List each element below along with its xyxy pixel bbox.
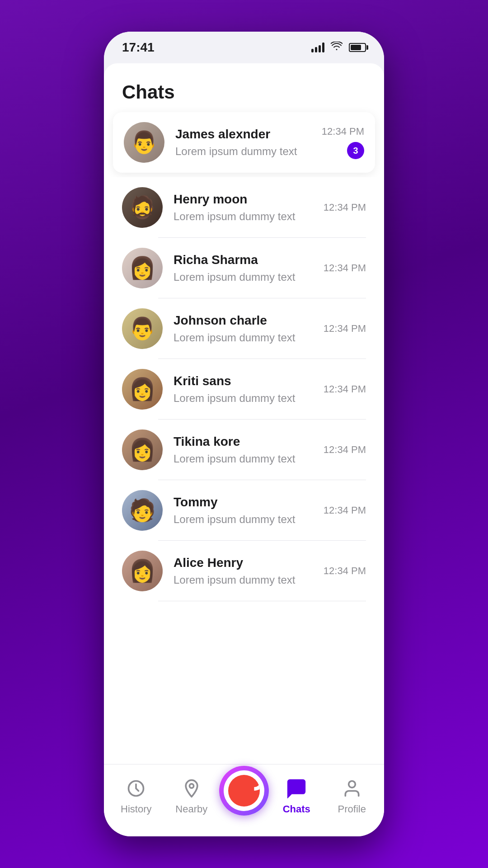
chat-meta: 12:34 PM 3 [322, 126, 364, 159]
chat-time: 12:34 PM [324, 444, 366, 456]
chat-time: 12:34 PM [322, 126, 364, 137]
chat-meta: 12:34 PM [324, 262, 366, 274]
chat-time: 12:34 PM [324, 262, 366, 274]
nav-item-profile[interactable]: Profile [324, 777, 380, 815]
page-title: Chats [104, 63, 384, 112]
logo-arc [240, 775, 260, 795]
chat-name: Henry moon [174, 192, 313, 207]
chat-name: Johnson charle [174, 313, 313, 328]
nav-item-nearby[interactable]: Nearby [164, 777, 220, 815]
chat-name: Kriti sans [174, 374, 313, 388]
status-bar: 17:41 [104, 32, 384, 63]
status-time: 17:41 [122, 40, 155, 55]
chat-info: Johnson charle Lorem ipsum dummy text [174, 313, 313, 344]
chat-name: Alice Henry [174, 556, 313, 570]
signal-icon [311, 42, 324, 52]
chat-preview: Lorem ipsum dummy text [174, 513, 313, 526]
chat-time: 12:34 PM [324, 383, 366, 395]
battery-icon [349, 43, 366, 52]
history-icon [125, 777, 147, 800]
chat-item[interactable]: 👩 Richa Sharma Lorem ipsum dummy text 12… [104, 238, 384, 298]
chat-meta: 12:34 PM [324, 323, 366, 335]
chat-meta: 12:34 PM [324, 383, 366, 395]
chat-meta: 12:34 PM [324, 202, 366, 213]
chat-item[interactable]: 👩 Kriti sans Lorem ipsum dummy text 12:3… [104, 359, 384, 420]
chat-item[interactable]: 👩 Alice Henry Lorem ipsum dummy text 12:… [104, 541, 384, 601]
chat-preview: Lorem ipsum dummy text [174, 574, 313, 586]
avatar: 👨 [124, 122, 164, 163]
chat-meta: 12:34 PM [324, 444, 366, 456]
profile-icon [341, 777, 363, 800]
chat-item[interactable]: 👨 James alexnder Lorem ipsum dummy text … [113, 112, 375, 173]
nav-label-profile: Profile [338, 803, 366, 815]
avatar: 👩 [122, 369, 163, 410]
chat-item[interactable]: 🧑 Tommy Lorem ipsum dummy text 12:34 PM [104, 480, 384, 541]
chats-icon [285, 777, 308, 800]
avatar-emoji: 🧑 [129, 500, 156, 521]
chat-item[interactable]: 🧔 Henry moon Lorem ipsum dummy text 12:3… [104, 177, 384, 238]
phone-frame: 17:41 Chats 👨 [104, 32, 384, 836]
logo-circle [228, 775, 260, 807]
nearby-icon [180, 777, 203, 800]
chat-info: Henry moon Lorem ipsum dummy text [174, 192, 313, 223]
bottom-nav: History Nearby [104, 764, 384, 836]
chat-preview: Lorem ipsum dummy text [174, 331, 313, 344]
chat-meta: 12:34 PM [324, 505, 366, 516]
svg-point-2 [348, 781, 355, 788]
chat-preview: Lorem ipsum dummy text [174, 210, 313, 223]
status-icons [311, 42, 366, 53]
chat-info: Alice Henry Lorem ipsum dummy text [174, 556, 313, 586]
chat-preview: Lorem ipsum dummy text [174, 453, 313, 465]
wifi-icon [331, 42, 343, 53]
main-content: Chats 👨 James alexnder Lorem ipsum dummy… [104, 63, 384, 764]
nav-item-chats[interactable]: Chats [269, 777, 324, 815]
chat-info: Richa Sharma Lorem ipsum dummy text [174, 253, 313, 283]
chat-time: 12:34 PM [324, 505, 366, 516]
avatar: 👩 [122, 551, 163, 591]
chat-name: Tikina kore [174, 434, 313, 449]
chat-info: James alexnder Lorem ipsum dummy text [175, 127, 311, 158]
chat-time: 12:34 PM [324, 202, 366, 213]
svg-point-1 [189, 783, 193, 788]
avatar: 👩 [122, 429, 163, 470]
chat-preview: Lorem ipsum dummy text [175, 145, 311, 158]
nav-label-nearby: Nearby [175, 803, 207, 815]
chat-info: Kriti sans Lorem ipsum dummy text [174, 374, 313, 405]
chat-preview: Lorem ipsum dummy text [174, 392, 313, 405]
avatar-emoji: 👩 [129, 257, 156, 279]
center-logo [224, 770, 264, 811]
chat-item[interactable]: 👨 Johnson charle Lorem ipsum dummy text … [104, 298, 384, 359]
chat-preview: Lorem ipsum dummy text [174, 271, 313, 283]
chat-name: Tommy [174, 495, 313, 509]
nav-center-button[interactable] [219, 766, 269, 816]
avatar: 🧔 [122, 187, 163, 228]
avatar-emoji: 🧔 [129, 197, 156, 218]
unread-badge: 3 [347, 142, 364, 159]
chat-list: 👨 James alexnder Lorem ipsum dummy text … [104, 112, 384, 610]
avatar-emoji: 👩 [129, 439, 156, 461]
avatar-emoji: 👨 [131, 132, 158, 153]
avatar: 🧑 [122, 490, 163, 531]
chat-name: Richa Sharma [174, 253, 313, 267]
chat-time: 12:34 PM [324, 565, 366, 577]
chat-item[interactable]: 👩 Tikina kore Lorem ipsum dummy text 12:… [104, 420, 384, 480]
chat-time: 12:34 PM [324, 323, 366, 335]
avatar: 👨 [122, 308, 163, 349]
nav-item-history[interactable]: History [108, 777, 164, 815]
avatar: 👩 [122, 248, 163, 288]
chat-info: Tommy Lorem ipsum dummy text [174, 495, 313, 526]
chat-info: Tikina kore Lorem ipsum dummy text [174, 434, 313, 465]
avatar-emoji: 👩 [129, 378, 156, 400]
chat-meta: 12:34 PM [324, 565, 366, 577]
avatar-emoji: 👨 [129, 318, 156, 340]
avatar-emoji: 👩 [129, 560, 156, 582]
chat-name: James alexnder [175, 127, 311, 142]
nav-label-history: History [121, 803, 151, 815]
nav-label-chats: Chats [283, 803, 310, 815]
